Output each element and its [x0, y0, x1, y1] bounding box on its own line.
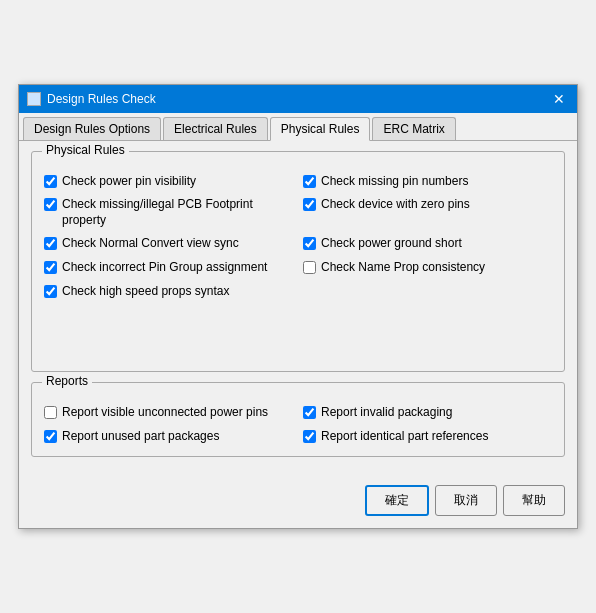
check-item-identical-refs: Report identical part references — [303, 429, 552, 445]
reports-group-label: Reports — [42, 374, 92, 388]
checkbox-pin-group[interactable] — [44, 261, 57, 274]
label-high-speed[interactable]: Check high speed props syntax — [62, 284, 229, 300]
checkbox-visible-unconnected[interactable] — [44, 406, 57, 419]
check-item-missing-pin-numbers: Check missing pin numbers — [303, 174, 552, 190]
label-pin-group[interactable]: Check incorrect Pin Group assignment — [62, 260, 267, 276]
label-visible-unconnected[interactable]: Report visible unconnected power pins — [62, 405, 268, 421]
check-item-normal-convert: Check Normal Convert view sync — [44, 236, 293, 252]
check-item-name-prop: Check Name Prop consistency — [303, 260, 552, 276]
checkbox-missing-pin-numbers[interactable] — [303, 175, 316, 188]
label-device-zero-pins[interactable]: Check device with zero pins — [321, 197, 470, 213]
tab-design-rules-options[interactable]: Design Rules Options — [23, 117, 161, 140]
checkbox-name-prop[interactable] — [303, 261, 316, 274]
reports-checks: Report visible unconnected power pins Re… — [44, 405, 552, 444]
check-item-missing-illegal-pcb: Check missing/illegal PCB Footprint prop… — [44, 197, 293, 228]
button-bar: 確定 取消 幫助 — [19, 477, 577, 528]
physical-rules-checks: Check power pin visibility Check missing… — [44, 174, 552, 300]
tab-content: Physical Rules Check power pin visibilit… — [19, 141, 577, 478]
tab-electrical-rules[interactable]: Electrical Rules — [163, 117, 268, 140]
label-name-prop[interactable]: Check Name Prop consistency — [321, 260, 485, 276]
check-item-invalid-packaging: Report invalid packaging — [303, 405, 552, 421]
title-bar-left: Design Rules Check — [27, 92, 156, 106]
check-item-pin-group: Check incorrect Pin Group assignment — [44, 260, 293, 276]
check-item-power-pin-vis: Check power pin visibility — [44, 174, 293, 190]
checkbox-high-speed[interactable] — [44, 285, 57, 298]
checkbox-missing-illegal-pcb[interactable] — [44, 198, 57, 211]
checkbox-power-pin-vis[interactable] — [44, 175, 57, 188]
checkbox-identical-refs[interactable] — [303, 430, 316, 443]
label-identical-refs[interactable]: Report identical part references — [321, 429, 488, 445]
check-item-visible-unconnected: Report visible unconnected power pins — [44, 405, 293, 421]
tab-bar: Design Rules Options Electrical Rules Ph… — [19, 113, 577, 141]
app-icon — [27, 92, 41, 106]
reports-group: Reports Report visible unconnected power… — [31, 382, 565, 457]
label-normal-convert[interactable]: Check Normal Convert view sync — [62, 236, 239, 252]
checkbox-unused-packages[interactable] — [44, 430, 57, 443]
confirm-button[interactable]: 確定 — [365, 485, 429, 516]
label-missing-illegal-pcb[interactable]: Check missing/illegal PCB Footprint prop… — [62, 197, 293, 228]
check-item-high-speed: Check high speed props syntax — [44, 284, 293, 300]
checkbox-normal-convert[interactable] — [44, 237, 57, 250]
checkbox-invalid-packaging[interactable] — [303, 406, 316, 419]
close-button[interactable]: ✕ — [549, 89, 569, 109]
label-unused-packages[interactable]: Report unused part packages — [62, 429, 219, 445]
tab-physical-rules[interactable]: Physical Rules — [270, 117, 371, 141]
check-item-unused-packages: Report unused part packages — [44, 429, 293, 445]
check-item-power-ground-short: Check power ground short — [303, 236, 552, 252]
title-bar: Design Rules Check ✕ — [19, 85, 577, 113]
label-missing-pin-numbers[interactable]: Check missing pin numbers — [321, 174, 468, 190]
checkbox-device-zero-pins[interactable] — [303, 198, 316, 211]
label-invalid-packaging[interactable]: Report invalid packaging — [321, 405, 452, 421]
empty-placeholder — [303, 284, 552, 300]
label-power-pin-vis[interactable]: Check power pin visibility — [62, 174, 196, 190]
label-power-ground-short[interactable]: Check power ground short — [321, 236, 462, 252]
cancel-button[interactable]: 取消 — [435, 485, 497, 516]
check-item-device-zero-pins: Check device with zero pins — [303, 197, 552, 228]
window-title: Design Rules Check — [47, 92, 156, 106]
physical-rules-group-label: Physical Rules — [42, 143, 129, 157]
main-window: Design Rules Check ✕ Design Rules Option… — [18, 84, 578, 530]
tab-erc-matrix[interactable]: ERC Matrix — [372, 117, 455, 140]
checkbox-power-ground-short[interactable] — [303, 237, 316, 250]
physical-rules-group: Physical Rules Check power pin visibilit… — [31, 151, 565, 373]
help-button[interactable]: 幫助 — [503, 485, 565, 516]
